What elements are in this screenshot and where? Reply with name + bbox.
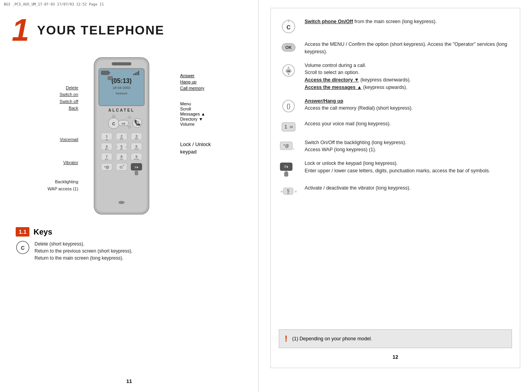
svg-rect-2: [112, 62, 131, 65]
label-lock-unlock: Lock / Unlock: [180, 141, 211, 147]
bold-switch-text: Switch phone On/Off: [305, 19, 353, 24]
svg-text:ghi: ghi: [105, 148, 108, 150]
svg-rect-6: [133, 74, 134, 75]
svg-rect-4: [101, 71, 109, 75]
label-vibrator[interactable]: Vibrator: [63, 160, 78, 166]
c-key-description: Delete (short keypress). Return to the p…: [34, 240, 133, 262]
entry-nav-key: ▲ ok ▼ Volume control during a call. Scr…: [279, 62, 512, 91]
left-content: 1 YOUR TELEPHONE Delete Switch on Switch…: [0, 9, 258, 273]
svg-rect-87: [285, 172, 288, 176]
left-page-number: 11: [126, 378, 132, 384]
entry-switch-on-off: c i Switch phone On/Off from the main sc…: [279, 18, 512, 34]
text-hash-key: Lock or unlock the keypad (long keypress…: [305, 160, 512, 175]
svg-text:c: c: [21, 244, 25, 251]
note-icon: !: [285, 334, 287, 344]
bold-messages-text: Access the messages ▲: [305, 85, 362, 90]
c-key-entry: c Delete (short keypress). Return to the…: [16, 240, 243, 262]
svg-text:jkl: jkl: [120, 148, 123, 150]
svg-text:1: 1: [284, 124, 287, 130]
text-answer-hang: Answer/Hang up Access the call memory (R…: [305, 98, 512, 112]
label-answer[interactable]: Answer: [180, 73, 195, 78]
entry-hash-key: #♦ Lock or unlock the keypad (long keypr…: [279, 160, 512, 178]
icon-voicemail: 1 ✉: [279, 120, 298, 133]
text-voicemail: Access your voice mail (long keypress).: [305, 120, 512, 128]
label-hang-up[interactable]: Hang up: [180, 79, 197, 84]
svg-text:#♦: #♦: [284, 164, 289, 169]
right-page-number: 12: [392, 354, 398, 360]
phone-diagram: (05:13) 18-04-2002 Network ALCATEL c ⓘ: [82, 54, 176, 219]
svg-text:def: def: [134, 137, 138, 140]
left-page: BG3 _PCS_AUS_UM_17-07-03 17/07/03 12:52 …: [0, 0, 259, 392]
right-labels: Answer Hang up Call memory Menu Scroll M…: [180, 73, 211, 155]
icon-star-key: *@ ☼: [279, 139, 298, 154]
svg-text:tuv: tuv: [120, 158, 123, 160]
svg-rect-8: [136, 72, 138, 75]
entry-voicemail: 1 ✉ Access your voice mail (long keypres…: [279, 120, 512, 133]
svg-text:jkl: jkl: [287, 192, 289, 195]
svg-text:☼: ☼: [292, 147, 295, 150]
text-switch-on-off: Switch phone On/Off from the main screen…: [305, 18, 512, 25]
svg-text:ok: ok: [122, 122, 125, 125]
svg-text:ⓘ: ⓘ: [112, 115, 115, 118]
label-voicemail[interactable]: Voicemail: [60, 137, 78, 143]
svg-text:Network: Network: [116, 92, 127, 95]
svg-text:i: i: [288, 19, 289, 23]
note-text: (1) Depending on your phone model.: [292, 336, 372, 341]
svg-text:{}: {}: [136, 120, 139, 126]
svg-text:c: c: [112, 120, 115, 126]
bold-answer-hang-text: Answer/Hang up: [305, 98, 343, 104]
right-entries: c i Switch phone On/Off from the main sc…: [279, 18, 512, 197]
label-delete[interactable]: Delete: [66, 85, 78, 91]
svg-text:*@: *@: [283, 143, 289, 148]
print-header: BG3 _PCS_AUS_UM_17-07-03 17/07/03 12:52 …: [0, 0, 258, 9]
icon-switch-on-off: c i: [279, 18, 298, 34]
chapter-header: 1 YOUR TELEPHONE: [12, 14, 247, 46]
svg-point-64: [118, 201, 125, 204]
label-call-memory[interactable]: Call memory: [180, 86, 205, 90]
svg-text:✲: ✲: [280, 190, 283, 193]
svg-text:abc: abc: [120, 137, 123, 140]
label-group-right: Menu Scroll Messages ▲ Directory ▼ Volum…: [180, 101, 205, 126]
entry-star-key: *@ ☼ Switch On/Off the backlighting (lon…: [279, 139, 512, 154]
svg-rect-63: [135, 171, 138, 175]
text-nav-key: Volume control during a call. Scroll to …: [305, 62, 512, 91]
svg-text:☼: ☼: [105, 169, 108, 171]
right-page-inner: c i Switch phone On/Off from the main sc…: [271, 8, 520, 368]
svg-text:c: c: [286, 22, 291, 31]
icon-five-key: ✲ 5 jkl ✲: [279, 184, 298, 197]
phone-area: Delete Switch on Switch off Back Voicema…: [12, 54, 247, 219]
entry-ok-key: OK Access the MENU / Confirm the option …: [279, 41, 512, 56]
icon-nav-key: ▲ ok ▼: [279, 62, 298, 78]
chapter-title: YOUR TELEPHONE: [37, 23, 165, 38]
svg-text:✉: ✉: [290, 125, 293, 129]
svg-text:wxyz: wxyz: [133, 158, 139, 160]
section-header: 1.1 Keys: [16, 227, 243, 237]
section-11: 1.1 Keys c Delete (short keypress). Retu…: [12, 227, 247, 262]
svg-text:1: 1: [105, 134, 107, 138]
svg-rect-9: [138, 71, 139, 75]
svg-text:prs: prs: [105, 158, 108, 160]
label-switch-on[interactable]: Switch on: [60, 92, 78, 98]
svg-text:{}: {}: [287, 103, 291, 109]
text-ok-key: Access the MENU / Confirm the option (sh…: [305, 41, 512, 56]
icon-hash-key: #♦: [279, 160, 298, 178]
label-keypad: keypad: [180, 149, 197, 155]
svg-text:OK: OK: [285, 45, 292, 50]
svg-text:▼: ▼: [287, 72, 291, 76]
c-key-icon: c: [16, 240, 30, 255]
right-page: c i Switch phone On/Off from the main sc…: [259, 0, 532, 392]
svg-text:18-04-2002: 18-04-2002: [113, 86, 131, 90]
label-messages: Messages ▲: [180, 112, 205, 116]
label-switch-off[interactable]: Switch off: [60, 99, 78, 105]
label-volume: Volume: [180, 122, 195, 126]
chapter-number: 1: [12, 14, 29, 46]
entry-answer-hang: {} Answer/Hang up Access the call memory…: [279, 98, 512, 114]
svg-rect-13: [108, 76, 113, 80]
svg-text:mno: mno: [134, 148, 139, 150]
svg-text:✲: ✲: [294, 190, 297, 193]
label-directory: Directory ▼: [180, 117, 203, 121]
label-back[interactable]: Back: [69, 105, 78, 111]
text-star-key: Switch On/Off the backlighting (long key…: [305, 139, 512, 154]
svg-text:(05:13): (05:13): [111, 78, 132, 84]
svg-text:▲: ▲: [287, 65, 291, 69]
